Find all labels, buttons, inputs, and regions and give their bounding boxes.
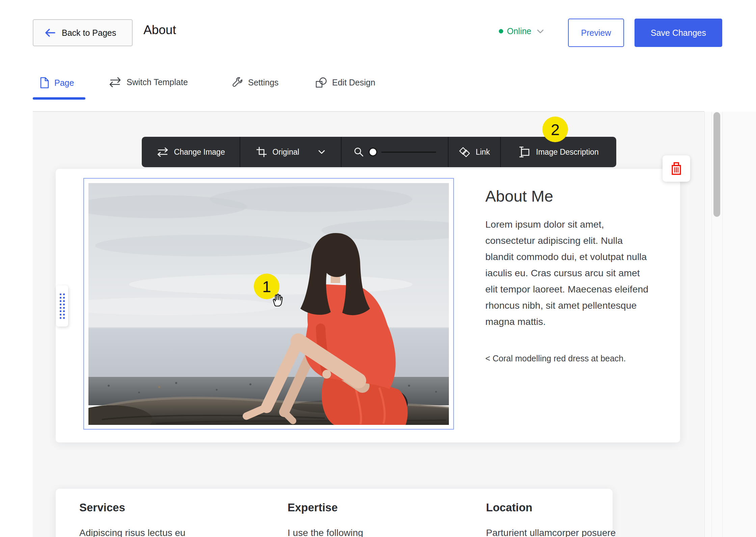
page-title: About	[143, 23, 176, 37]
site-status-dropdown[interactable]: Online	[499, 26, 544, 36]
scrollbar-track-border	[711, 112, 712, 537]
back-to-pages-button[interactable]: Back to Pages	[33, 19, 133, 46]
beach-photo[interactable]	[88, 183, 449, 425]
back-arrow-icon	[45, 29, 56, 37]
link-icon	[459, 146, 470, 158]
swap-arrows-icon	[109, 77, 122, 87]
link-button[interactable]: Link	[449, 137, 500, 167]
online-status-dot-icon	[499, 29, 503, 33]
crop-selected-value: Original	[272, 148, 299, 157]
image-caption[interactable]: < Coral modelling red dress at beach.	[485, 354, 626, 363]
active-tab-underline	[33, 97, 85, 100]
tab-page[interactable]: Page	[40, 77, 74, 88]
tab-edit-design[interactable]: Edit Design	[316, 77, 375, 88]
grab-cursor-icon	[270, 292, 284, 308]
preview-button[interactable]: Preview	[568, 19, 624, 47]
annotation-step-2-badge: 2	[542, 117, 568, 142]
tab-edit-design-label: Edit Design	[332, 78, 375, 87]
zoom-slider-handle[interactable]	[369, 148, 377, 156]
section-drag-handle[interactable]	[56, 285, 68, 327]
crop-icon	[256, 147, 267, 157]
article-heading[interactable]: About Me	[485, 187, 553, 205]
change-image-label: Change Image	[174, 148, 225, 157]
tab-settings[interactable]: Settings	[232, 77, 278, 88]
chevron-down-icon	[537, 29, 544, 33]
delete-section-button[interactable]	[663, 155, 690, 182]
column-text-location: Parturient ullamcorper posuere	[486, 528, 616, 537]
column-heading-services: Services	[79, 501, 125, 514]
crop-dropdown[interactable]: Original	[240, 137, 341, 167]
drag-dots-icon	[60, 293, 65, 319]
back-to-pages-label: Back to Pages	[62, 28, 116, 38]
scrollbar-gutter	[705, 112, 756, 537]
column-heading-expertise: Expertise	[288, 501, 338, 514]
wrench-icon	[232, 77, 243, 88]
page-icon	[40, 77, 49, 88]
shapes-icon	[316, 77, 327, 88]
save-changes-button[interactable]: Save Changes	[634, 19, 722, 47]
column-heading-location: Location	[486, 501, 533, 514]
image-description-label: Image Description	[536, 148, 598, 157]
trash-icon	[670, 162, 682, 175]
magnifier-icon	[354, 147, 364, 157]
scrollbar-thumb[interactable]	[713, 112, 720, 217]
link-label: Link	[476, 148, 490, 157]
column-text-services: Adipiscing risus lectus eu	[79, 528, 185, 537]
zoom-control	[342, 137, 448, 167]
scrollbar-track-border	[722, 112, 723, 537]
change-image-button[interactable]: Change Image	[142, 137, 240, 167]
column-text-expertise: I use the following	[288, 528, 363, 537]
status-label: Online	[507, 26, 531, 36]
image-description-icon	[518, 146, 531, 158]
article-body[interactable]: Lorem ipsum dolor sit amet, consectetur …	[485, 216, 650, 330]
swap-arrows-icon	[157, 147, 169, 157]
zoom-slider-track[interactable]	[381, 152, 436, 153]
tab-switch-template-label: Switch Template	[127, 77, 188, 87]
tab-settings-label: Settings	[248, 78, 278, 87]
tab-page-label: Page	[54, 78, 74, 88]
chevron-down-icon	[318, 150, 325, 154]
image-toolbar: Change Image Original Link	[142, 137, 616, 167]
tab-switch-template[interactable]: Switch Template	[109, 77, 188, 87]
